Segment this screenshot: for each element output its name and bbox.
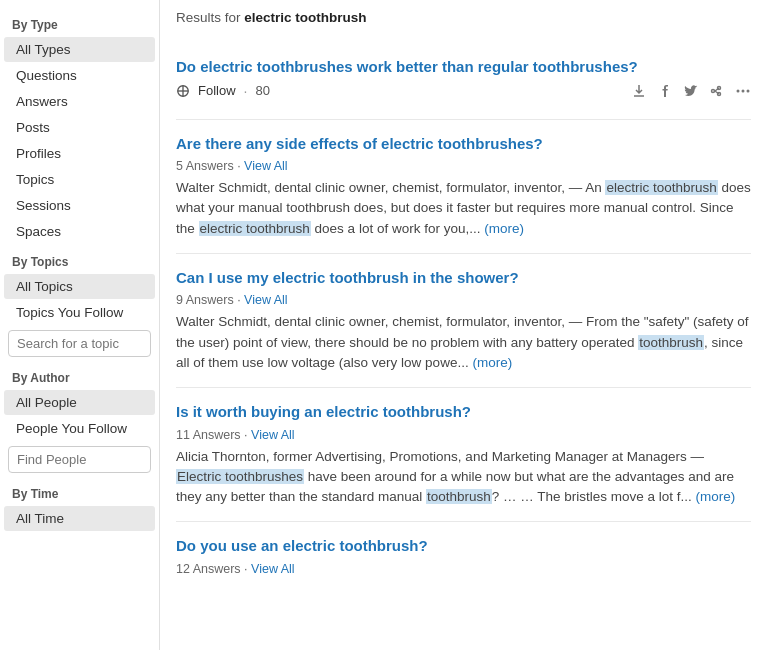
svg-point-7 xyxy=(742,89,745,92)
highlight: electric toothbrush xyxy=(199,221,311,236)
sidebar-item-spaces[interactable]: Spaces xyxy=(4,219,155,244)
sidebar-item-answers[interactable]: Answers xyxy=(4,89,155,114)
result-title[interactable]: Is it worth buying an electric toothbrus… xyxy=(176,402,751,422)
result-title[interactable]: Do electric toothbrushes work better tha… xyxy=(176,57,751,77)
topic-search-input[interactable] xyxy=(8,330,151,357)
answers-count: 11 Answers xyxy=(176,428,241,442)
highlight: toothbrush xyxy=(638,335,704,350)
author-search-input[interactable] xyxy=(8,446,151,473)
results-header: Results for electric toothbrush xyxy=(176,10,751,31)
sidebar-item-all-people[interactable]: All People xyxy=(4,390,155,415)
highlight: electric toothbrush xyxy=(605,180,717,195)
result-body: Alicia Thornton, former Advertising, Pro… xyxy=(176,447,751,508)
highlight: Electric toothbrushes xyxy=(176,469,304,484)
more-icon[interactable] xyxy=(735,83,751,99)
sidebar-item-all-time[interactable]: All Time xyxy=(4,506,155,531)
by-author-label: By Author xyxy=(0,361,159,389)
results-prefix: Results for xyxy=(176,10,244,25)
sidebar-item-posts[interactable]: Posts xyxy=(4,115,155,140)
sidebar-item-people-you-follow[interactable]: People You Follow xyxy=(4,416,155,441)
highlight: toothbrush xyxy=(426,489,492,504)
result-answers: 12 Answers · View All xyxy=(176,562,751,576)
answers-count: 5 Answers xyxy=(176,159,234,173)
result-item: Do you use an electric toothbrush? 12 An… xyxy=(176,522,751,595)
result-answers: 11 Answers · View All xyxy=(176,428,751,442)
result-answers: 5 Answers · View All xyxy=(176,159,751,173)
body-text: Walter Schmidt, dental clinic owner, che… xyxy=(176,180,605,195)
body-text: ? … … The bristles move a lot f... xyxy=(492,489,692,504)
follow-count: 80 xyxy=(255,83,269,98)
twitter-icon[interactable] xyxy=(683,83,699,99)
view-all-link[interactable]: View All xyxy=(251,428,295,442)
result-item: Is it worth buying an electric toothbrus… xyxy=(176,388,751,522)
sidebar-item-all-topics[interactable]: All Topics xyxy=(4,274,155,299)
sidebar: By Type All Types Questions Answers Post… xyxy=(0,0,160,650)
result-title[interactable]: Are there any side effects of electric t… xyxy=(176,134,751,154)
view-all-link[interactable]: View All xyxy=(251,562,295,576)
share-icon[interactable] xyxy=(709,83,725,99)
follow-icon xyxy=(176,84,190,98)
body-text: does a lot of work for you,... xyxy=(311,221,481,236)
result-body: Walter Schmidt, dental clinic owner, che… xyxy=(176,312,751,373)
result-item: Can I use my electric toothbrush in the … xyxy=(176,254,751,388)
more-link[interactable]: (more) xyxy=(696,489,736,504)
more-link[interactable]: (more) xyxy=(484,221,524,236)
body-text: Alicia Thornton, former Advertising, Pro… xyxy=(176,449,704,464)
follow-button[interactable]: Follow xyxy=(198,83,236,98)
result-item: Are there any side effects of electric t… xyxy=(176,120,751,254)
sidebar-item-topics-you-follow[interactable]: Topics You Follow xyxy=(4,300,155,325)
sidebar-item-all-types[interactable]: All Types xyxy=(4,37,155,62)
result-title[interactable]: Can I use my electric toothbrush in the … xyxy=(176,268,751,288)
svg-point-6 xyxy=(737,89,740,92)
result-body: Walter Schmidt, dental clinic owner, che… xyxy=(176,178,751,239)
search-term: electric toothbrush xyxy=(244,10,366,25)
svg-point-5 xyxy=(712,89,715,92)
by-topics-label: By Topics xyxy=(0,245,159,273)
answers-count: 9 Answers xyxy=(176,293,234,307)
result-title[interactable]: Do you use an electric toothbrush? xyxy=(176,536,751,556)
answers-count: 12 Answers xyxy=(176,562,241,576)
sidebar-item-profiles[interactable]: Profiles xyxy=(4,141,155,166)
main-content: Results for electric toothbrush Do elect… xyxy=(160,0,767,650)
more-link[interactable]: (more) xyxy=(472,355,512,370)
view-all-link[interactable]: View All xyxy=(244,293,288,307)
svg-point-8 xyxy=(747,89,750,92)
sidebar-item-sessions[interactable]: Sessions xyxy=(4,193,155,218)
result-item: Do electric toothbrushes work better tha… xyxy=(176,43,751,120)
action-icons xyxy=(631,83,751,99)
view-all-link[interactable]: View All xyxy=(244,159,288,173)
separator: · xyxy=(244,83,248,99)
sidebar-item-topics[interactable]: Topics xyxy=(4,167,155,192)
facebook-icon[interactable] xyxy=(657,83,673,99)
result-meta-row: Follow · 80 xyxy=(176,83,751,99)
download-icon[interactable] xyxy=(631,83,647,99)
sidebar-item-questions[interactable]: Questions xyxy=(4,63,155,88)
result-answers: 9 Answers · View All xyxy=(176,293,751,307)
by-type-label: By Type xyxy=(0,8,159,36)
by-time-label: By Time xyxy=(0,477,159,505)
